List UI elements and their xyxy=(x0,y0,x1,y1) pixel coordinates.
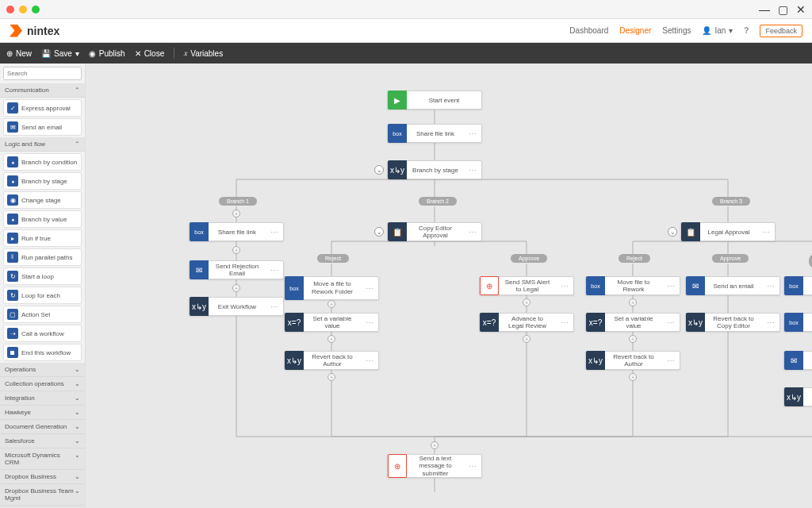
more-icon[interactable]: ⋯ xyxy=(556,318,573,327)
action-item[interactable]: ↻Loop for each xyxy=(3,287,82,304)
more-icon[interactable]: ⋯ xyxy=(762,318,779,327)
add-node-icon[interactable]: + xyxy=(232,210,240,217)
cat-communication[interactable]: Communication⌃ xyxy=(0,83,85,98)
more-icon[interactable]: ⋯ xyxy=(361,356,378,365)
more-icon[interactable]: ⋯ xyxy=(464,166,481,175)
publish-button[interactable]: ◉Publish xyxy=(89,49,125,58)
node-share-file[interactable]: boxShare file link⋯ xyxy=(387,124,482,143)
node-start[interactable]: ▶Start event xyxy=(387,90,482,110)
search-input[interactable] xyxy=(3,67,82,80)
nav-dashboard[interactable]: Dashboard xyxy=(569,26,608,35)
action-item[interactable]: ⬥Branch by value xyxy=(3,210,82,228)
node-send-email-3[interactable]: ✉Send an email⋯ xyxy=(783,351,812,370)
new-button[interactable]: ⊕New xyxy=(6,49,32,58)
more-icon[interactable]: ⋯ xyxy=(361,284,378,293)
action-item[interactable]: ✓Express approval xyxy=(3,99,82,117)
close-button[interactable]: ✕Close xyxy=(135,49,165,58)
feedback-button[interactable]: Feedback xyxy=(760,25,802,37)
more-icon[interactable]: ⋯ xyxy=(464,129,481,138)
cat-collapsed[interactable]: Dropbox Business⌄ xyxy=(0,470,85,484)
node-rejection-email[interactable]: ✉Send Rejection Email⋯ xyxy=(189,260,284,279)
node-move-approved[interactable]: boxMove file to Approved⋯ xyxy=(783,276,812,295)
node-revert-author-2[interactable]: x↳yRevert back to Author⋯ xyxy=(585,351,680,370)
more-icon[interactable]: ⋯ xyxy=(662,282,680,291)
chevron-icon[interactable]: ⌄ xyxy=(374,165,384,175)
add-node-icon[interactable]: + xyxy=(523,335,530,343)
nav-settings[interactable]: Settings xyxy=(662,26,691,35)
close-icon[interactable]: ✕ xyxy=(796,3,806,16)
chevron-icon[interactable]: ⌄ xyxy=(668,227,677,237)
cat-collapsed[interactable]: Collection operations⌄ xyxy=(0,377,85,391)
user-menu[interactable]: 👤 Ian ▾ xyxy=(702,26,733,35)
node-sms-alert[interactable]: ⊕Send SMS Alert to Legal⋯ xyxy=(479,276,574,295)
more-icon[interactable]: ⋯ xyxy=(662,356,680,365)
add-node-icon[interactable]: + xyxy=(629,335,637,343)
cat-collapsed[interactable]: Dropbox Business Team Mgmt⌄ xyxy=(0,484,85,506)
max-dot[interactable] xyxy=(32,6,40,13)
action-item[interactable]: ▢Action Set xyxy=(3,306,82,323)
add-node-icon[interactable]: + xyxy=(629,373,637,381)
chevron-icon[interactable]: ⌄ xyxy=(374,227,384,237)
action-item[interactable]: ⇢Call a workflow xyxy=(3,325,82,342)
node-send-text[interactable]: ⊕Send a text message to submitter⋯ xyxy=(387,454,482,478)
action-item[interactable]: ✉Send an email xyxy=(3,118,82,136)
add-node-icon[interactable]: + xyxy=(232,284,240,292)
add-node-icon[interactable]: + xyxy=(327,335,335,343)
variables-button[interactable]: 𝑥Variables xyxy=(184,48,223,58)
cat-collapsed[interactable]: Document Generation⌄ xyxy=(0,420,85,434)
node-branch-stage[interactable]: x↳yBranch by stage⋯ xyxy=(387,160,482,179)
node-set-var-2[interactable]: x=?Set a variable value⋯ xyxy=(585,313,680,332)
minimize-icon[interactable]: — xyxy=(759,3,770,16)
node-share-link-3[interactable]: boxShare file link⋯ xyxy=(783,313,812,332)
help-icon[interactable]: ? xyxy=(744,26,749,35)
action-item[interactable]: ⬥Branch by condition xyxy=(3,153,82,171)
maximize-icon[interactable]: ▢ xyxy=(778,3,788,16)
action-item[interactable]: ⫴Run parallel paths xyxy=(3,248,82,266)
node-share-link-1[interactable]: boxShare file link⋯ xyxy=(189,222,284,241)
node-send-email-2[interactable]: ✉Send an email⋯ xyxy=(685,276,780,295)
cat-collapsed[interactable]: Microsoft Dynamics CRM⌄ xyxy=(0,448,85,470)
workflow-canvas[interactable]: ▶Start event boxShare file link⋯ x↳yBran… xyxy=(86,64,812,508)
nav-designer[interactable]: Designer xyxy=(619,26,651,35)
close-dot[interactable] xyxy=(6,6,14,13)
add-node-icon[interactable]: + xyxy=(327,373,335,381)
brand[interactable]: nintex xyxy=(10,25,59,37)
action-item[interactable]: ⬥Branch by stage xyxy=(3,172,82,190)
node-advance-legal[interactable]: x=?Advance to Legal Review⋯ xyxy=(479,313,574,332)
add-node-icon[interactable]: + xyxy=(523,298,530,306)
node-copy-editor[interactable]: 📋Copy Editor Approval⋯ xyxy=(387,222,482,241)
more-icon[interactable]: ⋯ xyxy=(662,318,680,327)
node-set-var-1[interactable]: x=?Set a variable value⋯ xyxy=(284,313,379,332)
more-icon[interactable]: ⋯ xyxy=(464,462,481,471)
action-item[interactable]: ◉Change stage xyxy=(3,191,82,209)
more-icon[interactable]: ⋯ xyxy=(556,282,573,291)
more-icon[interactable]: ⋯ xyxy=(266,228,283,237)
cat-collapsed[interactable]: Hawkeye⌄ xyxy=(0,406,85,420)
more-icon[interactable]: ⋯ xyxy=(464,228,481,237)
cat-collapsed[interactable]: Operations⌄ xyxy=(0,363,85,377)
cat-collapsed[interactable]: Integration⌄ xyxy=(0,391,85,406)
node-revert-copy[interactable]: x↳yRevert back to Copy Editor⋯ xyxy=(685,313,780,332)
node-legal-approval[interactable]: 📋Legal Approval⋯ xyxy=(680,222,776,241)
save-button[interactable]: 💾Save▾ xyxy=(41,49,79,58)
add-node-icon[interactable]: + xyxy=(327,300,335,308)
more-icon[interactable]: ⋯ xyxy=(757,228,775,237)
add-node-icon[interactable]: + xyxy=(431,441,439,449)
action-item[interactable]: ▸Run if true xyxy=(3,229,82,247)
cat-logic[interactable]: Logic and flow⌃ xyxy=(0,137,85,152)
add-node-icon[interactable]: + xyxy=(232,246,240,254)
more-icon[interactable]: ⋯ xyxy=(266,266,283,275)
node-move-rework-2[interactable]: boxMove file to Rework⋯ xyxy=(585,276,680,295)
cat-collapsed[interactable]: Salesforce⌄ xyxy=(0,434,85,448)
more-icon[interactable]: ⋯ xyxy=(266,302,283,311)
node-revert-author[interactable]: x↳yRevert back to Author⋯ xyxy=(284,351,379,370)
node-complete[interactable]: x↳yComplete Process⋯ xyxy=(783,387,812,406)
node-move-rework[interactable]: boxMove a file to Rework Folder⋯ xyxy=(284,276,379,300)
more-icon[interactable]: ⋯ xyxy=(361,318,378,327)
min-dot[interactable] xyxy=(19,6,27,13)
node-exit-workflow[interactable]: x↳yExit Workflow⋯ xyxy=(189,297,284,316)
add-node-icon[interactable]: + xyxy=(629,298,637,306)
action-item[interactable]: ↻Start a loop xyxy=(3,267,82,285)
more-icon[interactable]: ⋯ xyxy=(762,282,779,291)
action-item[interactable]: ⏹End this workflow xyxy=(3,344,82,361)
